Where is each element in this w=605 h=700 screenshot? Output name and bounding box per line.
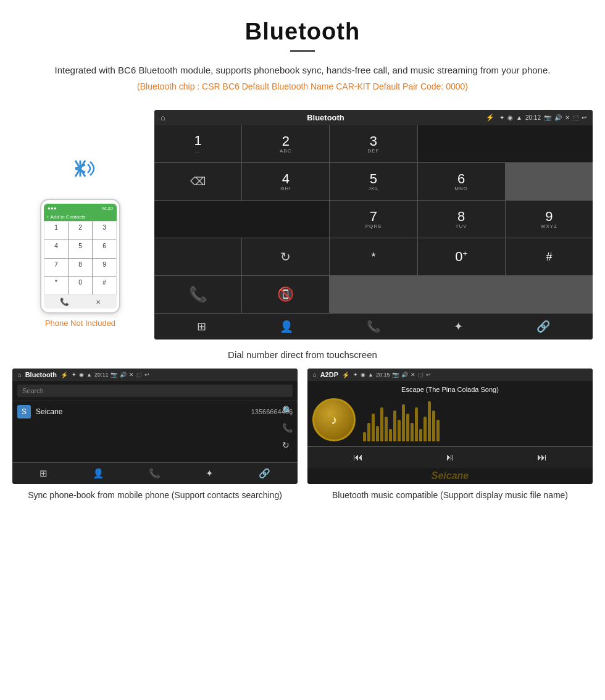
music-note-icon: ♪ — [331, 413, 337, 427]
a2dp-body: Escape (The Pina Colada Song) ♪ — [307, 381, 593, 446]
dial-wide-empty-2 — [154, 201, 329, 238]
viz-bar-7 — [389, 429, 392, 441]
dial-key-8[interactable]: 8 TUV — [418, 201, 505, 238]
dial-key-5[interactable]: 5 JKL — [330, 163, 417, 200]
pb-side-icons: 🔍 📞 ↻ — [282, 406, 293, 450]
clock: 20:12 — [525, 114, 541, 121]
pb-close-icon: ✕ — [129, 372, 134, 378]
pb-search-side-icon[interactable]: 🔍 — [282, 406, 293, 415]
dial-key-1[interactable]: 1 ﹏ — [154, 125, 241, 162]
dial-key-4[interactable]: 4 GHI — [242, 163, 329, 200]
viz-bar-16 — [428, 401, 431, 441]
phone-icon[interactable]: 📞 — [367, 320, 380, 333]
pb-dialpad-icon[interactable]: ⊞ — [40, 468, 48, 479]
viz-bar-2 — [367, 423, 370, 441]
phone-key-star: * — [44, 277, 68, 294]
pb-title: Bluetooth — [25, 371, 57, 378]
dial-call-red[interactable]: 📵 — [242, 276, 329, 313]
pb-statusbar: ⌂ Bluetooth ⚡ ✦ ◉ ▲ 20:11 📷 🔊 ✕ ⬚ ↩ — [12, 369, 298, 381]
volume-icon: 🔊 — [554, 114, 562, 121]
pb-bottom-nav: ⊞ 👤 📞 ✦ 🔗 — [12, 462, 298, 484]
music-caption: Bluetooth music compatible (Support disp… — [307, 489, 593, 502]
pb-search-box[interactable]: Search — [17, 385, 293, 397]
viz-bar-11 — [406, 414, 409, 441]
page-description: Integrated with BC6 Bluetooth module, su… — [37, 63, 568, 78]
a2dp-skip-forward-icon[interactable]: ⏭ — [537, 452, 547, 463]
dial-key-7[interactable]: 7 PQRS — [330, 201, 417, 238]
dial-key-9[interactable]: 9 WXYZ — [506, 201, 593, 238]
contacts-icon[interactable]: 👤 — [280, 320, 293, 333]
viz-bar-8 — [393, 410, 396, 441]
a2dp-home-icon: ⌂ — [312, 371, 317, 378]
pb-contact-name: Seicane — [36, 407, 62, 416]
pb-win-icon: ⬚ — [136, 372, 142, 378]
pb-home-icon: ⌂ — [17, 371, 22, 378]
viz-bar-14 — [419, 429, 422, 441]
phonebook-caption-text: Sync phone-book from mobile phone (Suppo… — [28, 490, 282, 500]
bluetooth-icon-area — [62, 147, 99, 193]
dial-refresh[interactable]: ↻ — [242, 238, 329, 275]
phonebook-block: ⌂ Bluetooth ⚡ ✦ ◉ ▲ 20:11 📷 🔊 ✕ ⬚ ↩ — [12, 369, 298, 502]
phone-call-icon: 📞 — [60, 298, 69, 306]
car-bottom-nav: ⊞ 👤 📞 ✦ 🔗 — [154, 313, 593, 340]
back-icon: ↩ — [582, 114, 586, 121]
viz-bar-1 — [363, 432, 366, 441]
phone-key-2: 2 — [69, 222, 92, 240]
signal-icon: ▲ — [516, 114, 522, 121]
phone-key-hash: # — [93, 277, 116, 294]
viz-bar-4 — [376, 426, 379, 441]
viz-bar-12 — [411, 423, 414, 441]
phone-screen: 1 2 3 4 5 6 7 8 9 * 0 # — [44, 221, 117, 295]
music-block: ⌂ A2DP ⚡ ✦ ◉ ▲ 20:15 📷 🔊 ✕ ⬚ ↩ Escape (T… — [307, 369, 593, 502]
car-screen-dial: ⌂ Bluetooth ⚡ ✦ ◉ ▲ 20:12 📷 🔊 ✕ ⬚ ↩ 1 ﹏ — [154, 110, 593, 340]
car-screen-title: Bluetooth — [170, 113, 481, 122]
a2dp-title: A2DP — [320, 371, 338, 378]
a2dp-status-icons: ✦ ◉ ▲ 20:15 📷 🔊 ✕ ⬚ ↩ — [353, 372, 431, 378]
car-statusbar: ⌂ Bluetooth ⚡ ✦ ◉ ▲ 20:12 📷 🔊 ✕ ⬚ ↩ — [154, 110, 593, 125]
pb-phone-icon[interactable]: 📞 — [149, 468, 161, 479]
dial-key-6[interactable]: 6 MNO — [418, 163, 505, 200]
plus-icon: + — [46, 214, 49, 220]
a2dp-skip-back-icon[interactable]: ⏮ — [353, 452, 363, 463]
pb-contacts-icon[interactable]: 👤 — [93, 468, 104, 479]
dialpad-icon[interactable]: ⊞ — [197, 320, 206, 333]
bluetooth-status-icon: ✦ — [499, 114, 504, 121]
bluetooth-waves-icon — [62, 147, 99, 190]
dial-wide-empty-3 — [154, 238, 241, 275]
viz-bar-9 — [398, 420, 401, 441]
phone-top-bar: ●●● M.20 — [44, 204, 117, 213]
window-icon: ⬚ — [573, 114, 578, 121]
pb-vol-icon: 🔊 — [120, 372, 127, 378]
viz-bar-6 — [385, 417, 388, 441]
a2dp-cam-icon: 📷 — [392, 372, 399, 378]
bt-nav-icon[interactable]: ✦ — [454, 320, 463, 333]
dial-key-0[interactable]: 0+ — [418, 238, 505, 275]
pb-refresh-side-icon[interactable]: ↻ — [282, 440, 293, 450]
pb-search-label: Search — [22, 387, 44, 394]
phonebook-screen: ⌂ Bluetooth ⚡ ✦ ◉ ▲ 20:11 📷 🔊 ✕ ⬚ ↩ — [12, 369, 298, 484]
usb-icon: ⚡ — [486, 114, 494, 122]
dial-backspace[interactable]: ⌫ — [154, 163, 241, 200]
phone-add-contacts: + Add to Contacts — [44, 213, 117, 221]
dial-key-star[interactable]: * — [330, 238, 417, 275]
a2dp-controls: ⏮ ⏯ ⏭ — [307, 446, 593, 468]
a2dp-play-pause-icon[interactable]: ⏯ — [445, 452, 455, 463]
page-header: Bluetooth Integrated with BC6 Bluetooth … — [0, 0, 605, 110]
pb-call-side-icon[interactable]: 📞 — [282, 423, 293, 433]
main-caption: Dial number direct from touchscreen — [0, 344, 605, 369]
a2dp-album-row: ♪ — [312, 398, 588, 441]
pb-bt-nav-icon[interactable]: ✦ — [206, 468, 214, 479]
pb-contact-letter: S — [17, 405, 31, 419]
music-screen: ⌂ A2DP ⚡ ✦ ◉ ▲ 20:15 📷 🔊 ✕ ⬚ ↩ Escape (T… — [307, 369, 593, 484]
dial-key-3[interactable]: 3 DEF — [330, 125, 417, 162]
dial-key-2[interactable]: 2 ABC — [242, 125, 329, 162]
pb-link-nav-icon[interactable]: 🔗 — [259, 468, 270, 479]
dial-key-hash[interactable]: # — [506, 238, 593, 275]
a2dp-song-title: Escape (The Pina Colada Song) — [312, 386, 588, 393]
viz-bar-18 — [436, 420, 440, 441]
link-icon[interactable]: 🔗 — [536, 320, 550, 333]
phone-key-3: 3 — [93, 222, 116, 240]
dial-call-green[interactable]: 📞 — [154, 276, 241, 313]
a2dp-usb-icon: ⚡ — [342, 372, 349, 378]
pb-sig-icon: ▲ — [86, 372, 92, 378]
